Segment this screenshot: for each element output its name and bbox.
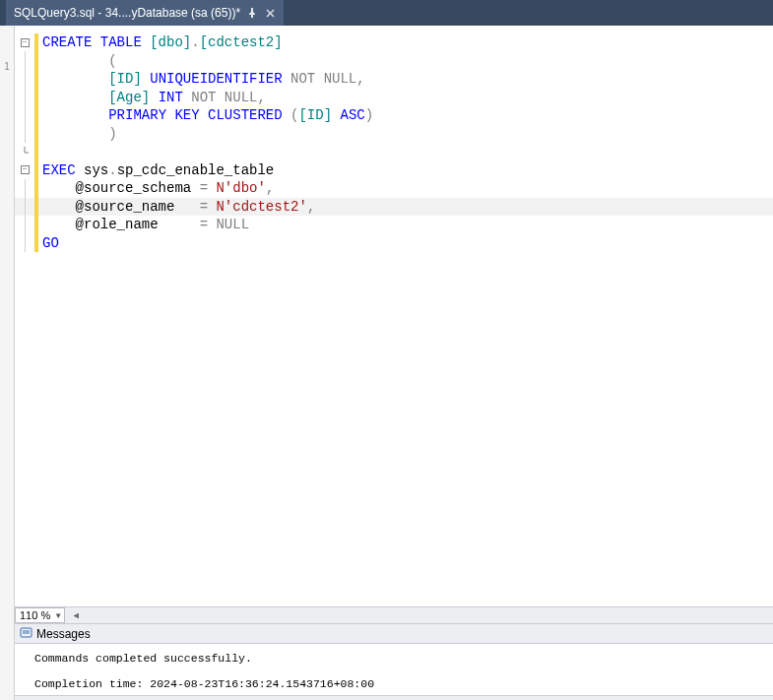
messages-tab-label: Messages <box>36 627 91 641</box>
messages-tab[interactable]: Messages <box>15 624 773 644</box>
fold-gutter[interactable]: − <box>15 38 34 47</box>
fold-gutter[interactable] <box>15 51 34 70</box>
code-line[interactable]: −EXEC sys.sp_cdc_enable_table <box>15 161 773 180</box>
horizontal-scrollbar[interactable]: ◄ <box>69 608 773 622</box>
code-text: @source_schema = N'dbo', <box>38 179 274 198</box>
pin-icon[interactable] <box>246 7 258 19</box>
gutter-marker: 1 <box>4 61 10 72</box>
code-line[interactable] <box>15 143 773 161</box>
fold-toggle-icon[interactable]: − <box>21 38 30 47</box>
sql-editor[interactable]: −CREATE TABLE [dbo].[cdctest2] ( [ID] UN… <box>15 26 773 606</box>
zoom-select[interactable]: 110 % ▼ <box>15 607 65 623</box>
message-line: Commands completed successfully. <box>34 650 773 668</box>
messages-panel[interactable]: Commands completed successfully. Complet… <box>15 644 773 695</box>
fold-gutter[interactable] <box>15 70 34 89</box>
code-line[interactable]: @source_name = N'cdctest2', <box>15 198 773 217</box>
fold-gutter[interactable] <box>15 233 34 252</box>
code-text: ) <box>38 125 117 144</box>
tab-title: SQLQuery3.sql - 34....yDatabase (sa (65)… <box>14 6 240 20</box>
code-text: [ID] UNIQUEIDENTIFIER NOT NULL, <box>38 70 365 89</box>
code-line[interactable]: @source_schema = N'dbo', <box>15 179 773 198</box>
code-line[interactable]: ) <box>15 125 773 144</box>
code-text: [Age] INT NOT NULL, <box>38 89 266 107</box>
messages-icon <box>19 627 32 641</box>
code-line[interactable]: [Age] INT NOT NULL, <box>15 89 773 107</box>
fold-gutter[interactable] <box>15 197 34 216</box>
code-line[interactable]: ( <box>15 52 773 71</box>
code-text: @source_name = N'cdctest2', <box>38 198 315 217</box>
fold-gutter[interactable] <box>15 88 34 106</box>
code-text: CREATE TABLE [dbo].[cdctest2] <box>38 33 283 52</box>
fold-gutter[interactable] <box>15 216 34 234</box>
message-line: Completion time: 2024-08-23T16:36:24.154… <box>34 675 773 693</box>
zoom-bar: 110 % ▼ ◄ <box>15 606 773 624</box>
code-line[interactable]: GO <box>15 234 773 253</box>
tab-bar: SQLQuery3.sql - 34....yDatabase (sa (65)… <box>0 0 773 26</box>
status-strip <box>15 695 773 700</box>
code-text: EXEC sys.sp_cdc_enable_table <box>38 161 274 180</box>
code-text: PRIMARY KEY CLUSTERED ([ID] ASC) <box>38 106 373 125</box>
code-text: GO <box>38 234 59 253</box>
fold-gutter[interactable] <box>15 147 34 157</box>
code-text: @role_name = NULL <box>38 216 249 234</box>
close-icon[interactable] <box>264 7 276 19</box>
fold-gutter[interactable] <box>15 124 34 143</box>
modification-indicator <box>34 143 38 161</box>
code-text: ( <box>38 52 117 71</box>
chevron-down-icon: ▼ <box>54 611 62 620</box>
fold-gutter[interactable] <box>15 106 34 125</box>
code-line[interactable]: @role_name = NULL <box>15 216 773 234</box>
fold-gutter[interactable] <box>15 179 34 198</box>
code-line[interactable]: −CREATE TABLE [dbo].[cdctest2] <box>15 33 773 52</box>
code-line[interactable]: PRIMARY KEY CLUSTERED ([ID] ASC) <box>15 106 773 125</box>
scroll-left-icon[interactable]: ◄ <box>69 608 83 622</box>
fold-toggle-icon[interactable]: − <box>21 165 30 174</box>
zoom-value: 110 % <box>20 609 50 621</box>
breakpoint-gutter[interactable]: 1 <box>0 26 15 700</box>
fold-gutter[interactable]: − <box>15 165 34 174</box>
code-line[interactable]: [ID] UNIQUEIDENTIFIER NOT NULL, <box>15 70 773 89</box>
editor-tab[interactable]: SQLQuery3.sql - 34....yDatabase (sa (65)… <box>6 0 284 26</box>
